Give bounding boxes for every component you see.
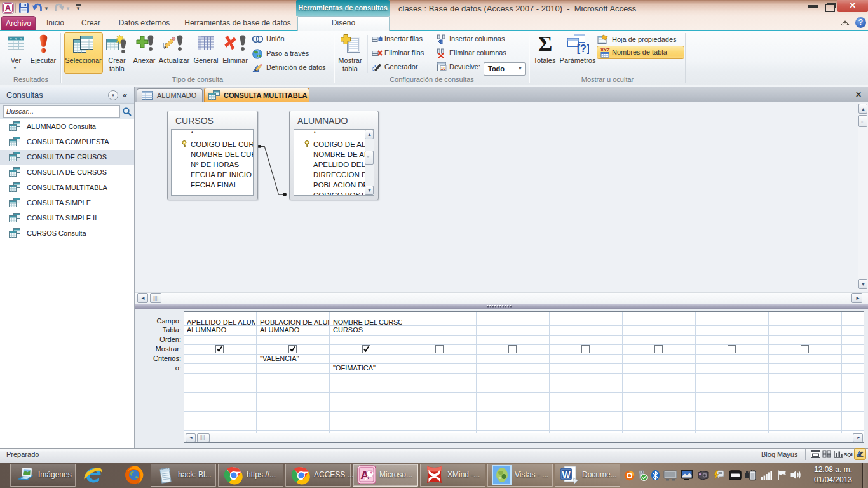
svg-text:10: 10 — [441, 66, 446, 71]
svg-text:[?]: [?] — [577, 43, 589, 54]
svg-text:XYZ: XYZ — [600, 47, 610, 53]
svg-text:A: A — [5, 3, 11, 13]
svg-text:W: W — [562, 470, 571, 480]
